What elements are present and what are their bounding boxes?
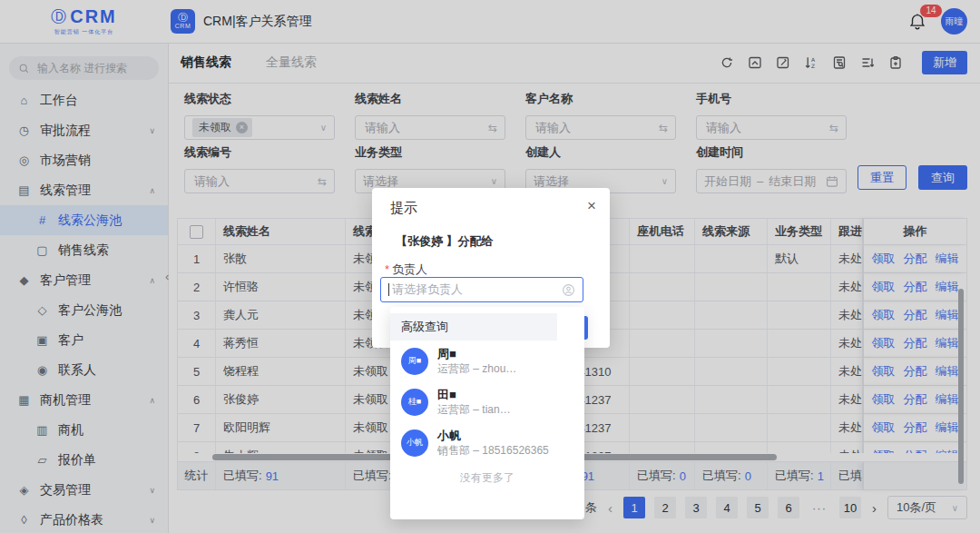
owner-select-input[interactable]: 请选择负责人	[380, 277, 583, 302]
close-icon[interactable]: ×	[587, 197, 596, 215]
person-icon	[562, 283, 575, 297]
owner-dropdown: 高级查询 周■ 周■ 运营部 – zhou… 桂■ 田■ 运营部 – tian……	[390, 307, 584, 519]
dialog-title: 提示	[390, 200, 417, 217]
owner-name: 田■	[437, 388, 511, 401]
owner-detail: 运营部 – tian…	[437, 404, 511, 416]
advanced-query-option[interactable]: 高级查询	[390, 313, 557, 341]
assign-text: 【张俊婷 】分配给	[396, 233, 494, 250]
owner-name: 周■	[437, 347, 516, 360]
no-more-text: 没有更多了	[390, 470, 584, 486]
owner-option[interactable]: 小帆 小帆 销售部 – 18516526365	[390, 422, 584, 463]
owner-avatar: 周■	[401, 348, 428, 375]
owner-avatar: 桂■	[401, 389, 428, 416]
owner-option[interactable]: 桂■ 田■ 运营部 – tian…	[390, 381, 584, 422]
owner-detail: 销售部 – 18516526365	[437, 445, 549, 457]
owner-avatar: 小帆	[401, 429, 428, 457]
owner-option[interactable]: 周■ 周■ 运营部 – zhou…	[390, 341, 584, 381]
crm-app: Ⓓ CRM 智能营销 一体化平台 Ⓓ CRM CRM|客户关系管理 14 雨曈	[0, 0, 980, 533]
owner-detail: 运营部 – zhou…	[437, 363, 516, 375]
owner-options: 周■ 周■ 运营部 – zhou… 桂■ 田■ 运营部 – tian… 小帆 小…	[390, 341, 584, 463]
owner-name: 小帆	[437, 429, 549, 442]
owner-field-label: *负责人	[385, 262, 427, 278]
text-caret	[388, 283, 389, 296]
